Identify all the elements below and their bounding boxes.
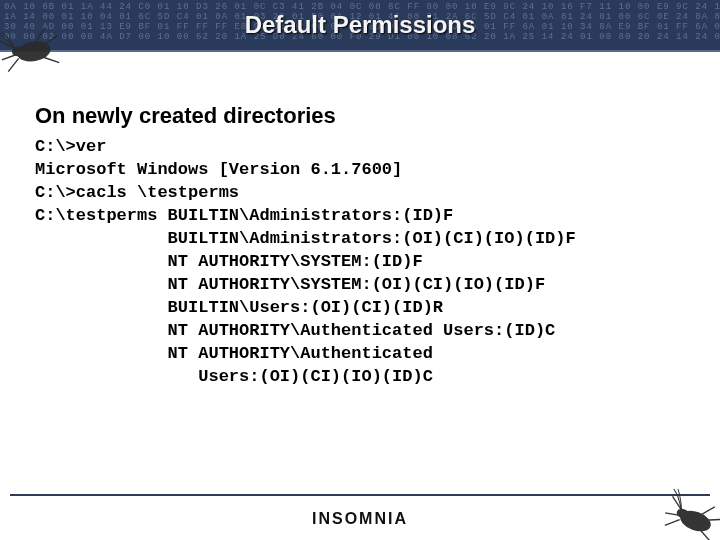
terminal-output: C:\>ver Microsoft Windows [Version 6.1.7… xyxy=(35,135,690,388)
footer-divider xyxy=(10,494,710,496)
cockroach-icon xyxy=(0,19,69,80)
slide-subtitle: On newly created directories xyxy=(35,103,336,129)
slide-title: Default Permissions xyxy=(0,0,720,50)
footer-brand: INSOMNIA xyxy=(0,510,720,528)
banner-underline xyxy=(0,50,720,52)
cockroach-icon xyxy=(654,484,720,540)
